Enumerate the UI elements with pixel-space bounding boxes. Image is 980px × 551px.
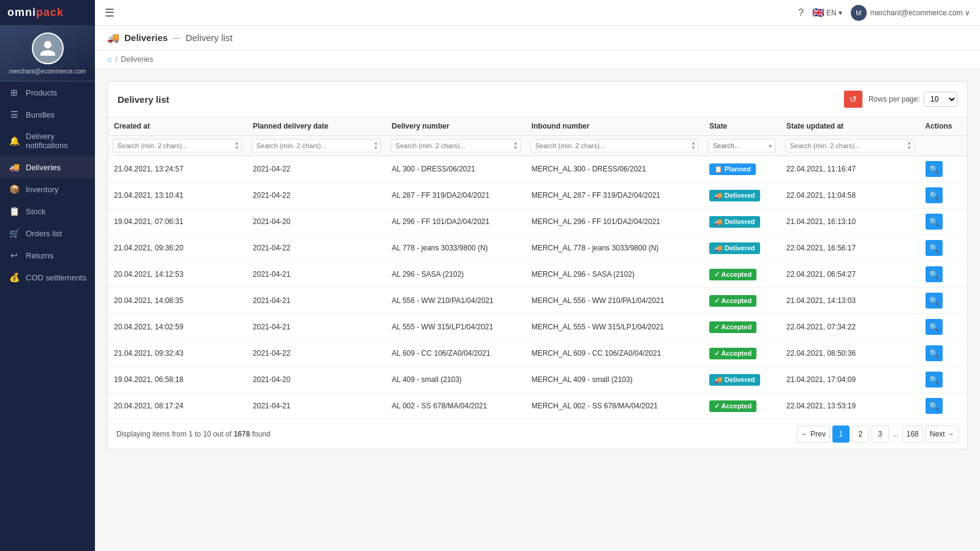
col-planned-delivery: Planned delivery date <box>247 117 386 136</box>
cell-state-updated: 21.04.2021, 17:04:09 <box>780 367 919 393</box>
sidebar-label-delivery-notifications: Delivery notifications <box>26 132 86 150</box>
filter-actions-empty <box>919 136 968 156</box>
user-menu[interactable]: M merchant@ecommerce.com ∨ <box>851 5 970 21</box>
cell-planned-date: 2021-04-20 <box>247 367 386 393</box>
prev-page-button[interactable]: ← Prev <box>797 425 830 443</box>
sidebar-label-stock: Stock <box>26 207 46 216</box>
filter-delivery-number-input[interactable] <box>391 139 521 152</box>
page-2-button[interactable]: 2 <box>852 425 869 443</box>
sidebar-item-cod-settlements[interactable]: 💰COD settlements <box>0 266 95 288</box>
filter-state: Search... Planned Delivered Accepted ▾ <box>703 136 780 156</box>
cell-created-at: 20.04.2021, 14:12:53 <box>108 261 247 288</box>
sidebar-item-orders-list[interactable]: 🛒Orders list <box>0 222 95 244</box>
cell-state: ✓ Accepted <box>703 288 780 314</box>
sidebar-item-products[interactable]: ⊞Products <box>0 81 95 103</box>
view-delivery-button[interactable]: 🔍 <box>925 214 943 230</box>
pagination-info: Displaying items from 1 to 10 out of 167… <box>116 430 271 438</box>
refresh-button[interactable]: ↺ <box>844 91 862 108</box>
view-delivery-button[interactable]: 🔍 <box>925 398 943 414</box>
state-badge: ✓ Accepted <box>709 348 756 359</box>
page-168-button[interactable]: 168 <box>902 425 923 443</box>
state-badge: ✓ Accepted <box>709 321 756 333</box>
cell-inbound-number: MERCH_AL 002 - SS 678/MA/04/2021 <box>526 393 703 419</box>
filter-inbound-number: ▲▼ <box>526 136 703 156</box>
cell-inbound-number: MERCH_AL 778 - jeans 3033/9800 (N) <box>526 235 703 261</box>
menu-icon[interactable]: ☰ <box>105 6 115 20</box>
products-icon: ⊞ <box>9 88 20 97</box>
profile-email: merchant@ecommerce.com <box>6 68 89 75</box>
orders-list-icon: 🛒 <box>9 228 20 238</box>
state-badge: 🚚 Delivered <box>709 374 760 386</box>
cell-created-at: 20.04.2021, 08:17:24 <box>108 393 247 419</box>
cell-actions: 🔍 <box>919 156 968 182</box>
filter-created-at-input[interactable] <box>113 139 242 152</box>
cell-state: 🚚 Delivered <box>703 182 780 209</box>
page-subtitle: Delivery list <box>186 32 233 43</box>
cell-actions: 🔍 <box>919 340 968 367</box>
cell-planned-date: 2021-04-21 <box>247 393 386 419</box>
table-row: 20.04.2021, 14:12:53 2021-04-21 AL 296 -… <box>108 261 967 288</box>
deliveries-icon: 🚚 <box>9 162 20 172</box>
sidebar-item-deliveries[interactable]: 🚚Deliveries <box>0 156 95 178</box>
filter-created-at: ▲▼ <box>108 136 247 156</box>
cell-actions: 🔍 <box>919 209 968 235</box>
sidebar-label-inventory: Inventory <box>26 185 58 194</box>
delivery-list-header: Delivery list ↺ Rows per page: 10 25 50 … <box>108 82 967 117</box>
cell-planned-date: 2021-04-22 <box>247 235 386 261</box>
stock-icon: 📋 <box>9 206 20 216</box>
table-row: 19.04.2021, 07:06:31 2021-04-20 AL 296 -… <box>108 209 967 235</box>
view-delivery-button[interactable]: 🔍 <box>925 187 943 203</box>
breadcrumb-home[interactable]: ⌂ <box>107 55 111 64</box>
cell-planned-date: 2021-04-21 <box>247 314 386 340</box>
filter-state-updated-input[interactable] <box>785 139 914 152</box>
rows-per-page-select[interactable]: 10 25 50 100 <box>924 92 957 107</box>
sidebar-item-delivery-notifications[interactable]: 🔔Delivery notifications <box>0 126 95 156</box>
next-page-button[interactable]: Next → <box>925 425 959 443</box>
page-3-button[interactable]: 3 <box>872 425 889 443</box>
filter-state-select[interactable]: Search... Planned Delivered Accepted <box>708 139 775 152</box>
page-section: Deliveries <box>124 32 168 43</box>
cell-created-at: 21.04.2021, 13:24:57 <box>108 156 247 182</box>
view-delivery-button[interactable]: 🔍 <box>925 345 943 361</box>
table-row: 21.04.2021, 13:10:41 2021-04-22 AL 287 -… <box>108 182 967 209</box>
view-delivery-button[interactable]: 🔍 <box>925 319 943 335</box>
state-badge: 🚚 Delivered <box>709 216 760 228</box>
state-badge: 📋 Planned <box>709 163 756 175</box>
view-delivery-button[interactable]: 🔍 <box>925 266 943 282</box>
sidebar-item-stock[interactable]: 📋Stock <box>0 200 95 222</box>
sidebar-profile: merchant@ecommerce.com <box>0 25 95 81</box>
cell-state: ✓ Accepted <box>703 314 780 340</box>
cell-delivery-number: AL 300 - DRESS/06/2021 <box>386 156 526 182</box>
cell-inbound-number: MERCH_AL 609 - CC 106/ZA0/04/2021 <box>526 340 703 367</box>
cell-planned-date: 2021-04-21 <box>247 261 386 288</box>
cell-planned-date: 2021-04-21 <box>247 288 386 314</box>
help-icon[interactable]: ? <box>798 7 804 18</box>
col-state: State <box>703 117 780 136</box>
cell-delivery-number: AL 296 - SASA (2102) <box>386 261 526 288</box>
sidebar-item-inventory[interactable]: 📦Inventory <box>0 178 95 200</box>
sidebar-item-bundles[interactable]: ☰Bundles <box>0 103 95 126</box>
cell-inbound-number: MERCH_AL 409 - small (2103) <box>526 367 703 393</box>
view-delivery-button[interactable]: 🔍 <box>925 372 943 388</box>
view-delivery-button[interactable]: 🔍 <box>925 161 943 177</box>
language-selector[interactable]: 🇬🇧 EN ▾ <box>812 7 842 18</box>
view-delivery-button[interactable]: 🔍 <box>925 240 943 256</box>
filter-planned-date-input[interactable] <box>252 139 381 152</box>
cell-created-at: 21.04.2021, 13:10:41 <box>108 182 247 209</box>
sidebar-item-returns[interactable]: ↩Returns <box>0 244 95 266</box>
col-state-updated: State updated at <box>780 117 919 136</box>
sidebar-label-products: Products <box>26 88 57 97</box>
returns-icon: ↩ <box>9 250 20 260</box>
cell-inbound-number: MERCH_AL 556 - WW 210/PA1/04/2021 <box>526 288 703 314</box>
user-avatar: M <box>851 5 867 21</box>
view-delivery-button[interactable]: 🔍 <box>925 293 943 309</box>
cell-created-at: 20.04.2021, 14:02:59 <box>108 314 247 340</box>
sidebar-label-orders-list: Orders list <box>26 229 62 238</box>
cell-state-updated: 22.04.2021, 07:34:22 <box>780 314 919 340</box>
sidebar-label-returns: Returns <box>26 251 54 260</box>
filter-inbound-number-input[interactable] <box>530 139 698 152</box>
page-1-button[interactable]: 1 <box>832 425 850 443</box>
pagination-row: Displaying items from 1 to 10 out of 167… <box>108 419 967 449</box>
deliveries-icon: 🚚 <box>107 32 119 43</box>
header-separator: — <box>173 33 181 42</box>
